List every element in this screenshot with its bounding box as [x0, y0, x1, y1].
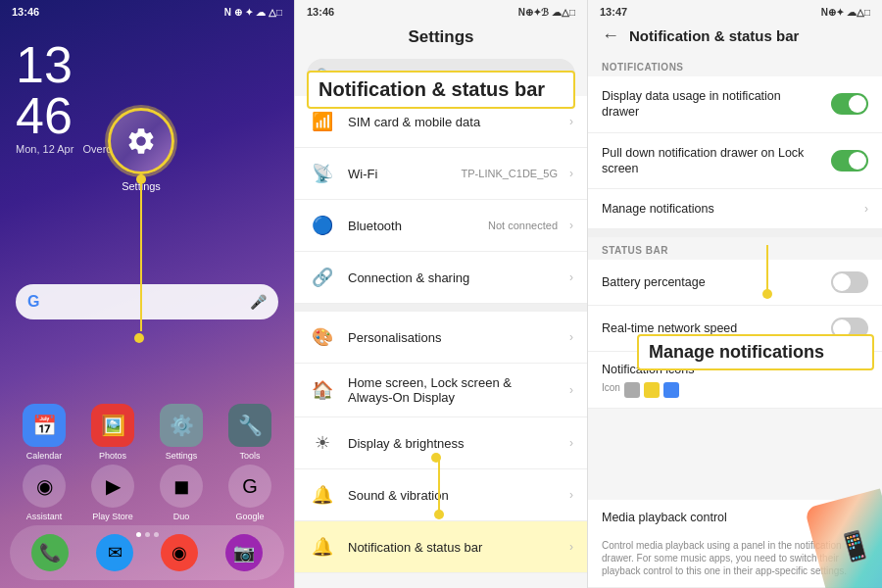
- manage-notif-item[interactable]: Manage notifications ›: [588, 189, 882, 229]
- personalisation-item[interactable]: 🎨 Personalisations ›: [295, 312, 587, 364]
- settings-status-icons: N⊕✦ℬ ☁△□: [518, 7, 575, 18]
- callout-arrow-home: [134, 174, 148, 336]
- battery-pct-label: Battery percentage: [602, 274, 821, 290]
- home-apps-row-1: 📅 Calendar 🖼️ Photos ⚙️ Settings 🔧 Tools: [0, 404, 294, 461]
- callout-arrow-settings: [432, 461, 446, 519]
- manage-notif-label: Manage notifications: [602, 201, 855, 217]
- google-label: Google: [235, 512, 264, 521]
- wifi-item[interactable]: 📡 Wi-Fi TP-LINK_C1DE_5G ›: [295, 148, 587, 200]
- notif-screen-title: Notification & status bar: [629, 27, 799, 44]
- camera-dock-icon[interactable]: 📷: [225, 534, 263, 571]
- display-icon: ☀: [309, 429, 336, 457]
- pull-down-toggle[interactable]: [831, 150, 868, 172]
- back-button[interactable]: ←: [602, 25, 619, 46]
- battery-icon: △□: [269, 7, 282, 18]
- home-time: 13:46: [12, 6, 39, 18]
- photos-label: Photos: [99, 451, 126, 461]
- notif-gap-1: [588, 229, 882, 237]
- assistant-icon: ◉: [23, 465, 66, 508]
- settings-app-icon[interactable]: [108, 108, 174, 174]
- duo-app[interactable]: ◼ Duo: [160, 465, 203, 521]
- icon-dot-1: [624, 382, 640, 398]
- battery-pct-item[interactable]: Battery percentage: [588, 260, 882, 306]
- notif-statusbar-chevron: ›: [569, 540, 573, 554]
- notif-status-icons: N⊕✦ ☁△□: [821, 7, 870, 18]
- photos-app[interactable]: 🖼️ Photos: [91, 404, 134, 461]
- wifi-icon: ☁: [256, 7, 266, 18]
- bluetooth-icon: ✦: [245, 7, 253, 18]
- duo-label: Duo: [173, 512, 190, 521]
- personalisation-chevron: ›: [569, 330, 573, 344]
- bluetooth-value: Not connected: [488, 220, 558, 231]
- pull-down-label: Pull down notification drawer on Lock sc…: [602, 145, 821, 177]
- display-data-item[interactable]: Display data usage in notification drawe…: [588, 76, 882, 133]
- notif-statusbar-screen: 13:47 N⊕✦ ☁△□ ← Notification & status ba…: [588, 0, 882, 588]
- calendar-app[interactable]: 📅 Calendar: [23, 404, 66, 461]
- callout-arrow-notif: [753, 240, 782, 299]
- connection-icon: 🔗: [309, 264, 336, 291]
- home-screen: 13:46 N ⊕ ✦ ☁ △□ 13 46 Mon, 12 Apr Overc…: [0, 0, 294, 588]
- wifi-chevron: ›: [569, 167, 573, 180]
- svg-point-1: [136, 174, 146, 184]
- homescreen-icon: 🏠: [309, 376, 336, 404]
- settings-screen: 13:46 N⊕✦ℬ ☁△□ Settings Notification & s…: [294, 0, 588, 588]
- svg-point-5: [762, 289, 772, 299]
- play-store-label: Play Store: [92, 512, 133, 521]
- notif-screen-statusbar: 13:47 N⊕✦ ☁△□: [588, 0, 882, 20]
- sound-label: Sound & vibration: [348, 488, 558, 503]
- personalisation-icon: 🎨: [309, 323, 336, 351]
- tools-app[interactable]: 🔧 Tools: [228, 404, 271, 461]
- chrome-dock-icon[interactable]: ◉: [161, 534, 198, 571]
- sound-icon: 🔔: [309, 481, 336, 509]
- play-store-app[interactable]: ▶ Play Store: [91, 465, 134, 521]
- bluetooth-label: Bluetooth: [348, 219, 476, 233]
- settings-network-icon: N⊕✦ℬ: [518, 7, 549, 18]
- settings-time: 13:46: [307, 6, 334, 18]
- calendar-icon: 📅: [23, 404, 66, 447]
- notifications-section-label: NOTIFICATIONS: [588, 54, 882, 76]
- phone-dock-icon[interactable]: 📞: [31, 534, 69, 571]
- notif-network-icon: N⊕✦: [821, 7, 844, 18]
- wifi-settings-icon: 📡: [309, 160, 336, 187]
- manage-notif-callout: Manage notifications: [637, 334, 874, 370]
- notif-statusbar-icon: 🔔: [309, 533, 336, 561]
- signal-icon: ⊕: [234, 7, 242, 18]
- notif-icon-sub-label: Icon: [602, 382, 620, 398]
- bluetooth-chevron: ›: [569, 219, 573, 232]
- photos-icon: 🖼️: [91, 404, 134, 447]
- home-status-bar: 13:46 N ⊕ ✦ ☁ △□: [0, 0, 294, 20]
- sim-label: SIM card & mobile data: [348, 115, 558, 129]
- display-data-label: Display data usage in notification drawe…: [602, 88, 821, 121]
- assistant-app[interactable]: ◉ Assistant: [23, 465, 66, 521]
- pull-down-item[interactable]: Pull down notification drawer on Lock sc…: [588, 133, 882, 190]
- battery-pct-toggle[interactable]: [831, 271, 868, 293]
- settings-gap-1: [295, 304, 587, 312]
- wifi-value: TP-LINK_C1DE_5G: [462, 168, 558, 179]
- settings-title: Settings: [295, 20, 587, 53]
- svg-point-3: [434, 510, 444, 519]
- connection-label: Connection & sharing: [348, 270, 558, 285]
- settings-app-list-label: Settings: [166, 451, 198, 461]
- display-data-toggle[interactable]: [831, 93, 868, 115]
- homescreen-item[interactable]: 🏠 Home screen, Lock screen & Always-On D…: [295, 364, 587, 417]
- google-app[interactable]: G Google: [228, 465, 271, 521]
- home-dock: 📞 ✉ ◉ 📷: [10, 525, 284, 580]
- home-status-icons: N ⊕ ✦ ☁ △□: [224, 7, 282, 18]
- play-store-icon: ▶: [91, 465, 134, 508]
- icon-dot-2: [644, 382, 660, 398]
- display-label: Display & brightness: [348, 436, 558, 451]
- home-apps-row-2: ◉ Assistant ▶ Play Store ◼ Duo G Google: [0, 465, 294, 521]
- icon-dot-3: [663, 382, 679, 398]
- settings-app[interactable]: ⚙️ Settings: [160, 404, 203, 461]
- bluetooth-settings-icon: 🔵: [309, 212, 336, 239]
- notif-icon-dots: Icon: [602, 382, 695, 398]
- notif-statusbar-item[interactable]: 🔔 Notification & status bar ›: [295, 521, 587, 573]
- connection-item[interactable]: 🔗 Connection & sharing ›: [295, 252, 587, 304]
- calendar-label: Calendar: [26, 451, 63, 461]
- notif-wifi-status-icon: ☁△□: [847, 7, 870, 18]
- messages-dock-icon[interactable]: ✉: [96, 534, 133, 571]
- bluetooth-item[interactable]: 🔵 Bluetooth Not connected ›: [295, 200, 587, 252]
- settings-wifi-icon: ☁△□: [552, 7, 575, 18]
- tools-icon: 🔧: [228, 404, 271, 447]
- wifi-label: Wi-Fi: [348, 167, 450, 181]
